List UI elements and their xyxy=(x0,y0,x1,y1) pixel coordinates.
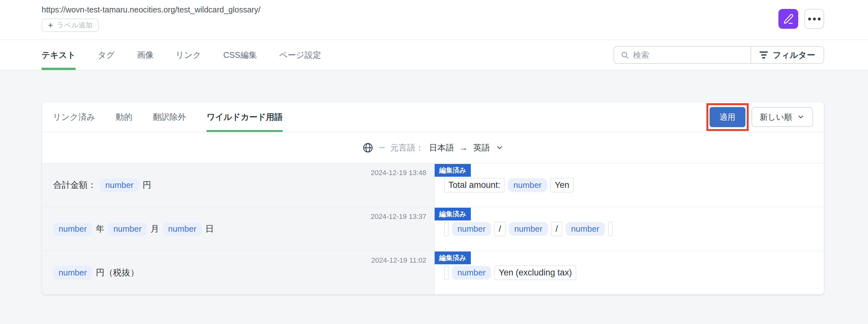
translation-segment[interactable] xyxy=(444,222,448,236)
chevron-down-icon xyxy=(797,113,805,121)
wildcard-number-chip[interactable]: number xyxy=(53,222,92,236)
source-cell: 2024-12-19 13:37number年number月number日 xyxy=(42,207,435,251)
target-cell: 編集済みnumber/number/number xyxy=(435,207,824,251)
source-language-label: 元言語： xyxy=(391,142,424,153)
source-segments: 合計金額：number円 xyxy=(53,178,151,192)
search-icon xyxy=(621,51,629,60)
translation-segment[interactable] xyxy=(444,265,448,280)
target-language: 英語 xyxy=(473,142,490,153)
arrow-right-icon: → xyxy=(460,143,468,153)
main-tabbar: テキスト タグ 画像 リンク CSS編集 ページ設定 フィルター xyxy=(0,40,868,70)
filter-label: フィルター xyxy=(773,49,815,61)
source-text: 円 xyxy=(143,179,151,191)
subtab-wildcard-terms[interactable]: ワイルドカード用語 xyxy=(207,102,283,132)
edit-button[interactable] xyxy=(778,9,798,29)
globe-icon xyxy=(362,142,373,153)
wildcard-number-chip[interactable]: number xyxy=(53,266,92,280)
translation-segment[interactable]: Yen xyxy=(551,178,574,192)
source-text: 日 xyxy=(205,223,214,235)
target-segments: Total amount:numberYen xyxy=(444,178,574,192)
row-timestamp: 2024-12-19 13:37 xyxy=(371,213,426,221)
add-label-text: ラベル追加 xyxy=(57,21,93,30)
search-box xyxy=(614,47,750,63)
row-timestamp: 2024-12-19 13:48 xyxy=(371,169,426,177)
tab-page-settings[interactable]: ページ設定 xyxy=(279,40,321,70)
glossary-rows: 2024-12-19 13:48合計金額：number円編集済みTotal am… xyxy=(42,163,824,294)
source-language: 日本語 xyxy=(429,142,454,153)
dash-icon xyxy=(379,147,385,148)
sort-dropdown[interactable]: 新しい順 xyxy=(751,107,813,127)
glossary-row: 2024-12-19 13:37number年number月number日編集済… xyxy=(42,207,824,251)
tab-links[interactable]: リンク xyxy=(176,40,201,70)
source-cell: 2024-12-19 13:48合計金額：number円 xyxy=(42,163,435,207)
apply-button[interactable]: 適用 xyxy=(710,107,745,127)
add-label-button[interactable]: + ラベル追加 xyxy=(41,19,99,32)
filter-button[interactable]: フィルター xyxy=(750,47,824,63)
edited-badge: 編集済み xyxy=(435,208,471,220)
target-segments: number/number/number xyxy=(444,222,613,236)
subtab-excluded[interactable]: 翻訳除外 xyxy=(153,102,186,132)
source-segments: number円（税抜） xyxy=(53,266,139,280)
card-sub-tabs: リンク済み 動的 翻訳除外 ワイルドカード用語 xyxy=(53,102,283,132)
card-header-actions: 適用 新しい順 xyxy=(710,107,813,127)
pencil-icon xyxy=(783,13,794,24)
sort-label: 新しい順 xyxy=(760,112,792,122)
source-text: 月 xyxy=(150,223,159,235)
source-text: 合計金額： xyxy=(53,179,96,191)
tab-css-edit[interactable]: CSS編集 xyxy=(223,40,257,70)
glossary-row: 2024-12-19 11:02number円（税抜）編集済みnumberYen… xyxy=(42,251,824,294)
translation-segment[interactable]: / xyxy=(495,222,505,236)
ellipsis-icon xyxy=(808,17,820,21)
plus-icon: + xyxy=(48,21,53,30)
tab-images[interactable]: 画像 xyxy=(137,40,154,70)
glossary-row: 2024-12-19 13:48合計金額：number円編集済みTotal am… xyxy=(42,163,824,207)
tab-text[interactable]: テキスト xyxy=(41,40,75,70)
target-cell: 編集済みTotal amount:numberYen xyxy=(435,163,824,207)
wildcard-number-chip[interactable]: number xyxy=(452,222,491,236)
page-header: https://wovn-test-tamaru.neocities.org/t… xyxy=(0,0,868,40)
subtab-dynamic[interactable]: 動的 xyxy=(116,102,132,132)
wildcard-number-chip[interactable]: number xyxy=(108,222,147,236)
search-filter-group: フィルター xyxy=(614,46,824,64)
chevron-down-icon xyxy=(495,143,504,152)
header-actions xyxy=(778,9,824,29)
wildcard-number-chip[interactable]: number xyxy=(163,222,202,236)
page: https://wovn-test-tamaru.neocities.org/t… xyxy=(0,0,868,324)
row-timestamp: 2024-12-19 11:02 xyxy=(371,256,426,264)
translation-segment[interactable] xyxy=(609,222,613,236)
card-header: リンク済み 動的 翻訳除外 ワイルドカード用語 適用 新しい順 xyxy=(42,102,824,132)
wildcard-number-chip[interactable]: number xyxy=(100,178,139,192)
target-segments: numberYen (excluding tax) xyxy=(444,265,576,280)
subtab-linked[interactable]: リンク済み xyxy=(53,102,95,132)
edited-badge: 編集済み xyxy=(435,251,471,264)
source-text: 円（税抜） xyxy=(96,267,139,278)
target-cell: 編集済みnumberYen (excluding tax) xyxy=(435,251,824,294)
wildcard-number-chip[interactable]: number xyxy=(565,222,604,236)
page-body: リンク済み 動的 翻訳除外 ワイルドカード用語 適用 新しい順 xyxy=(0,70,868,324)
wildcard-number-chip[interactable]: number xyxy=(509,222,548,236)
page-url: https://wovn-test-tamaru.neocities.org/t… xyxy=(41,4,824,15)
filter-icon xyxy=(760,51,768,59)
wildcard-number-chip[interactable]: number xyxy=(508,178,547,192)
source-segments: number年number月number日 xyxy=(53,222,214,236)
translation-segment[interactable]: Yen (excluding tax) xyxy=(495,265,576,280)
translation-segment[interactable]: Total amount: xyxy=(444,178,504,192)
search-input[interactable] xyxy=(633,50,744,60)
translation-segment[interactable]: / xyxy=(552,222,562,236)
source-cell: 2024-12-19 11:02number円（税抜） xyxy=(42,251,435,294)
language-selector[interactable]: 元言語： 日本語 → 英語 xyxy=(42,132,824,163)
glossary-card: リンク済み 動的 翻訳除外 ワイルドカード用語 適用 新しい順 xyxy=(41,102,824,295)
edited-badge: 編集済み xyxy=(435,164,471,177)
wildcard-number-chip[interactable]: number xyxy=(452,266,491,280)
apply-wrap: 適用 xyxy=(710,107,745,127)
tab-tags[interactable]: タグ xyxy=(98,40,115,70)
source-text: 年 xyxy=(96,223,104,235)
main-nav-tabs: テキスト タグ 画像 リンク CSS編集 ページ設定 xyxy=(41,40,321,70)
more-options-button[interactable] xyxy=(804,9,824,29)
